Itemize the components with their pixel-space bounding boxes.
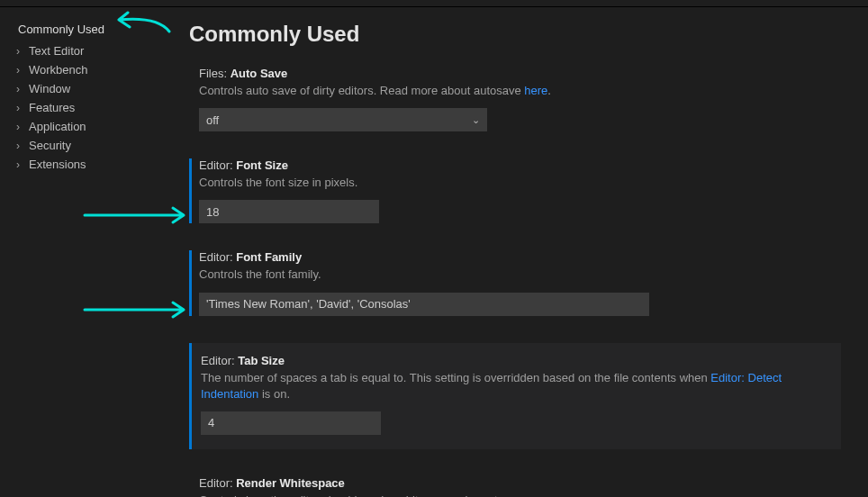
- tab-size-input[interactable]: [201, 411, 381, 435]
- desc-text: is on.: [258, 387, 290, 401]
- setting-description: Controls auto save of dirty editors. Rea…: [199, 83, 850, 99]
- setting-label-scope: Files:: [199, 67, 231, 80]
- setting-description: Controls how the editor should render wh…: [199, 492, 850, 497]
- setting-description: Controls the font size in pixels.: [199, 175, 850, 191]
- desc-text: The number of spaces a tab is equal to. …: [201, 371, 710, 384]
- chevron-right-icon: ›: [13, 103, 23, 113]
- sidebar-item-window[interactable]: › Window: [13, 79, 173, 98]
- sidebar-item-label: Text Editor: [29, 44, 84, 58]
- sidebar-item-extensions[interactable]: › Extensions: [13, 155, 173, 174]
- setting-description: Controls the font family.: [199, 267, 850, 283]
- chevron-right-icon: ›: [13, 84, 23, 95]
- settings-body: Commonly Used Files: Auto Save Controls …: [180, 7, 868, 497]
- title-bar: [0, 0, 868, 7]
- sidebar-item-label: Workbench: [29, 63, 88, 77]
- setting-label: Editor: Tab Size: [201, 354, 828, 367]
- chevron-right-icon: ›: [13, 159, 23, 170]
- sidebar-item-security[interactable]: › Security: [13, 136, 173, 155]
- sidebar-item-label: Extensions: [29, 158, 86, 171]
- chevron-down-icon: ⌄: [472, 114, 480, 126]
- sidebar-item-application[interactable]: › Application: [13, 117, 173, 136]
- setting-label-name: Render Whitespace: [236, 476, 345, 490]
- setting-tab-size: Editor: Tab Size The number of spaces a …: [189, 343, 841, 449]
- chevron-right-icon: ›: [13, 140, 23, 151]
- desc-text: .: [547, 84, 551, 97]
- setting-font-family: Editor: Font Family Controls the font fa…: [189, 250, 850, 315]
- font-size-input[interactable]: [199, 200, 379, 223]
- setting-label-scope: Editor:: [201, 354, 238, 367]
- setting-label-scope: Editor:: [199, 158, 236, 172]
- setting-render-whitespace: Editor: Render Whitespace Controls how t…: [189, 476, 850, 497]
- setting-label: Files: Auto Save: [199, 67, 850, 80]
- sidebar-item-label: Window: [29, 82, 70, 95]
- sidebar-item-label: Features: [29, 101, 75, 114]
- setting-label: Editor: Render Whitespace: [199, 476, 850, 490]
- desc-text: Controls auto save of dirty editors. Rea…: [199, 84, 524, 97]
- autosave-help-link[interactable]: here: [524, 84, 547, 97]
- setting-auto-save: Files: Auto Save Controls auto save of d…: [189, 67, 850, 131]
- settings-outline: Commonly Used › Text Editor › Workbench …: [0, 7, 180, 497]
- font-family-input[interactable]: [199, 293, 649, 316]
- setting-label-name: Auto Save: [231, 67, 288, 80]
- setting-font-size: Editor: Font Size Controls the font size…: [189, 158, 850, 223]
- page-title: Commonly Used: [189, 22, 850, 47]
- setting-label-scope: Editor:: [199, 250, 236, 264]
- sidebar-item-commonly-used[interactable]: Commonly Used: [13, 20, 173, 41]
- chevron-right-icon: ›: [13, 65, 23, 76]
- sidebar-item-features[interactable]: › Features: [13, 98, 173, 117]
- setting-label-name: Font Size: [236, 158, 288, 172]
- settings-container: Commonly Used › Text Editor › Workbench …: [0, 7, 868, 497]
- sidebar-item-label: Application: [29, 120, 86, 133]
- select-value: off: [206, 113, 219, 127]
- sidebar-item-text-editor[interactable]: › Text Editor: [13, 41, 173, 60]
- setting-description: The number of spaces a tab is equal to. …: [201, 370, 828, 402]
- setting-label: Editor: Font Family: [199, 250, 850, 264]
- sidebar-item-label: Security: [29, 139, 71, 152]
- setting-label-name: Font Family: [236, 250, 302, 264]
- auto-save-select[interactable]: off ⌄: [199, 108, 487, 131]
- chevron-right-icon: ›: [13, 122, 23, 132]
- setting-label-scope: Editor:: [199, 476, 236, 490]
- setting-label: Editor: Font Size: [199, 158, 850, 172]
- sidebar-item-workbench[interactable]: › Workbench: [13, 60, 173, 79]
- chevron-right-icon: ›: [13, 46, 23, 57]
- setting-label-name: Tab Size: [238, 354, 285, 367]
